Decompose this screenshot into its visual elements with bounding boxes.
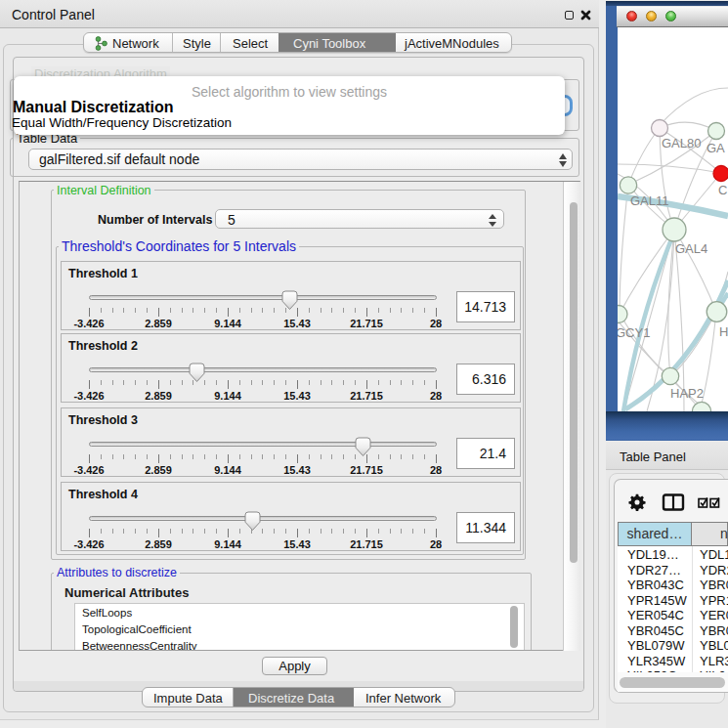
svg-text:GAL11: GAL11 <box>630 193 669 208</box>
svg-text:GAL80: GAL80 <box>662 136 701 150</box>
svg-text:HAP2: HAP2 <box>670 386 704 401</box>
svg-text:C: C <box>718 183 727 197</box>
svg-text:GCY1: GCY1 <box>618 325 650 340</box>
svg-text:GA: GA <box>707 141 725 155</box>
svg-text:H: H <box>719 324 728 339</box>
svg-text:GAL4: GAL4 <box>675 241 707 256</box>
